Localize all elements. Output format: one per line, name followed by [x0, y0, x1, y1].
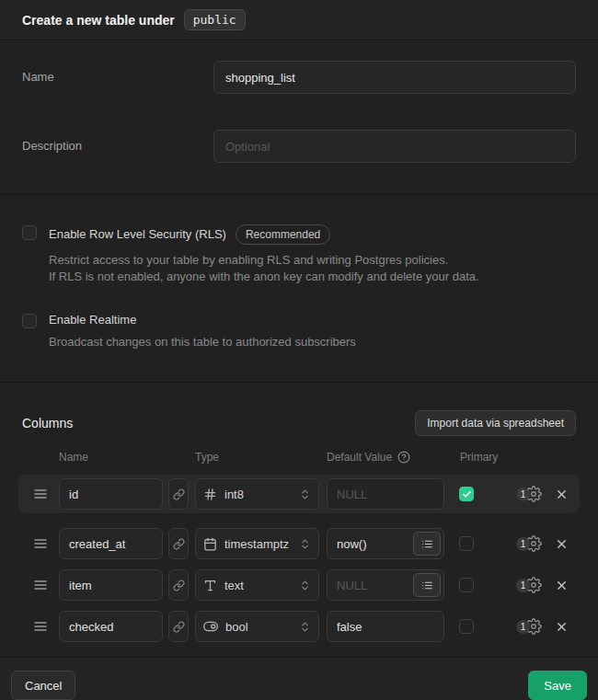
link-icon	[173, 621, 185, 633]
link-icon	[173, 488, 185, 500]
default-value-suggestions-button[interactable]	[413, 573, 441, 597]
column-row: int8 1	[18, 475, 580, 513]
column-settings-button[interactable]: 1	[516, 486, 542, 502]
list-icon	[421, 580, 433, 591]
dialog-title: Create a new table under	[22, 13, 175, 28]
schema-badge: public	[184, 9, 246, 30]
remove-column-button[interactable]	[555, 537, 569, 551]
column-settings-button[interactable]: 1	[516, 535, 542, 552]
primary-key-checkbox[interactable]	[459, 578, 474, 592]
calendar-icon	[203, 537, 217, 551]
drag-handle-icon[interactable]	[33, 487, 48, 501]
toggle-icon	[203, 619, 218, 634]
create-table-dialog: Create a new table under public Name Des…	[0, 0, 598, 700]
foreign-key-link-button[interactable]	[168, 611, 189, 642]
name-field-row: Name	[22, 61, 576, 94]
column-type-value: int8	[224, 488, 292, 501]
column-row: timestamptz 1	[18, 524, 580, 563]
column-name-input[interactable]	[59, 569, 163, 601]
remove-column-button[interactable]	[555, 579, 569, 592]
options-section: Enable Row Level Security (RLS) Recommen…	[0, 195, 598, 383]
column-type-value: bool	[225, 620, 292, 634]
chevrons-up-down-icon	[299, 538, 311, 550]
drag-handle-icon[interactable]	[33, 619, 48, 634]
column-type-value: text	[224, 579, 292, 592]
link-icon	[173, 580, 185, 591]
remove-column-button[interactable]	[555, 620, 569, 634]
column-row: text 1	[18, 566, 580, 604]
chevrons-up-down-icon	[299, 580, 311, 591]
column-type-select[interactable]: int8	[195, 478, 319, 510]
description-label: Description	[22, 130, 213, 153]
foreign-key-link-button[interactable]	[168, 528, 189, 559]
default-value-input[interactable]	[327, 611, 444, 642]
column-type-select[interactable]: text	[195, 569, 319, 601]
column-rows: int8 1 timestamptz	[18, 475, 580, 646]
rls-block: Enable Row Level Security (RLS) Recommen…	[22, 224, 576, 285]
column-settings-button[interactable]: 1	[516, 577, 542, 593]
default-value-input[interactable]	[327, 478, 444, 510]
realtime-description: Broadcast changes on this table to autho…	[49, 334, 356, 350]
cancel-button[interactable]: Cancel	[11, 671, 75, 700]
dialog-header: Create a new table under public	[0, 0, 598, 40]
hash-icon	[203, 488, 217, 501]
columns-header-row: Name Type Default Value Primary	[22, 451, 576, 464]
drag-handle-icon[interactable]	[33, 578, 48, 592]
text-icon	[203, 579, 217, 592]
table-info-section: Name Description	[0, 40, 598, 195]
column-name-input[interactable]	[59, 528, 163, 559]
primary-key-checkbox[interactable]	[459, 487, 474, 501]
primary-key-checkbox[interactable]	[459, 536, 474, 551]
settings-count-badge: 1	[516, 620, 530, 634]
column-header-default: Default Value	[327, 451, 392, 464]
columns-section: Columns Import data via spreadsheet Name…	[0, 383, 598, 657]
close-icon	[555, 537, 569, 551]
save-button[interactable]: Save	[528, 671, 587, 700]
realtime-checkbox[interactable]	[22, 314, 37, 328]
link-icon	[173, 538, 185, 550]
close-icon	[555, 620, 569, 634]
realtime-block: Enable Realtime Broadcast changes on thi…	[22, 313, 576, 350]
close-icon	[555, 488, 569, 501]
help-circle-icon[interactable]	[397, 451, 410, 464]
column-type-value: timestamptz	[224, 537, 292, 551]
list-icon	[421, 538, 433, 550]
dialog-footer: Cancel Save	[0, 657, 598, 700]
foreign-key-link-button[interactable]	[168, 478, 189, 510]
realtime-text: Enable Realtime Broadcast changes on thi…	[49, 313, 356, 350]
rls-text: Enable Row Level Security (RLS) Recommen…	[49, 224, 479, 285]
check-icon	[462, 489, 472, 499]
column-type-select[interactable]: bool	[195, 611, 319, 642]
column-name-input[interactable]	[59, 611, 163, 642]
column-row: bool 1	[18, 607, 580, 646]
column-header-name: Name	[59, 451, 195, 464]
remove-column-button[interactable]	[555, 488, 569, 501]
settings-count-badge: 1	[516, 488, 530, 501]
default-value-suggestions-button[interactable]	[413, 532, 441, 556]
columns-title: Columns	[22, 416, 73, 430]
recommended-badge: Recommended	[236, 224, 330, 245]
rls-description-line2: If RLS is not enabled, anyone with the a…	[49, 269, 479, 285]
table-description-input[interactable]	[213, 130, 576, 163]
chevrons-up-down-icon	[299, 488, 311, 500]
description-field-row: Description	[22, 130, 576, 163]
chevrons-up-down-icon	[299, 621, 311, 633]
rls-description-line1: Restrict access to your table by enablin…	[49, 252, 479, 269]
column-type-select[interactable]: timestamptz	[195, 528, 319, 559]
column-name-input[interactable]	[59, 478, 163, 510]
column-header-type: Type	[195, 451, 327, 464]
primary-key-checkbox[interactable]	[459, 619, 474, 634]
foreign-key-link-button[interactable]	[168, 569, 189, 601]
realtime-label: Enable Realtime	[49, 313, 136, 327]
column-settings-button[interactable]: 1	[516, 618, 542, 635]
close-icon	[555, 579, 569, 592]
column-header-primary: Primary	[460, 451, 576, 464]
settings-count-badge: 1	[516, 537, 530, 551]
rls-checkbox[interactable]	[22, 225, 37, 240]
rls-label: Enable Row Level Security (RLS)	[49, 227, 226, 242]
table-name-input[interactable]	[213, 61, 576, 94]
drag-handle-icon[interactable]	[33, 536, 48, 551]
import-spreadsheet-button[interactable]: Import data via spreadsheet	[415, 410, 576, 436]
settings-count-badge: 1	[516, 579, 530, 592]
name-label: Name	[22, 61, 213, 84]
